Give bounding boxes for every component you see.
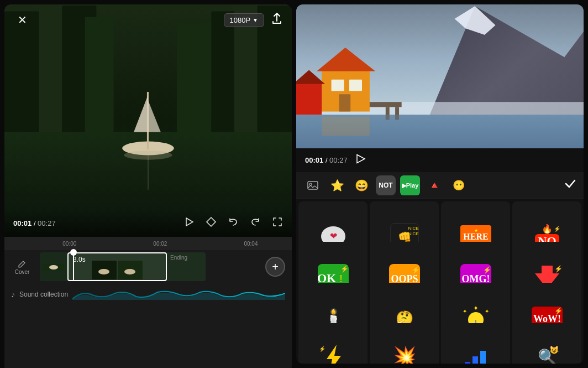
svg-point-22 (124, 269, 135, 274)
toolbar-face[interactable]: 😶 (449, 175, 469, 195)
video-preview: ✕ 1080P ▼ 00:01 / 00:27 (4, 4, 292, 237)
sticker-search-cat[interactable]: 🔍 😺 (512, 323, 581, 364)
track-content: 3.0s (40, 252, 287, 281)
ruler-mark-2: 00:04 (217, 241, 285, 247)
sticker-explosion[interactable]: 💥 (370, 323, 439, 364)
sound-label: Sound collection (19, 291, 68, 298)
header-right: 1080P ▼ (224, 13, 284, 28)
svg-marker-83 (327, 345, 341, 364)
close-button[interactable]: ✕ (13, 11, 31, 29)
resolution-button[interactable]: 1080P ▼ (224, 13, 265, 27)
svg-text:★: ★ (474, 228, 477, 233)
svg-rect-86 (465, 362, 470, 364)
svg-text:⚡: ⚡ (554, 225, 561, 232)
svg-rect-35 (339, 94, 350, 111)
svg-point-20 (98, 269, 109, 274)
svg-text:💥: 💥 (393, 345, 417, 364)
svg-text:⚡: ⚡ (411, 266, 419, 274)
add-clip-button[interactable]: + (265, 257, 285, 277)
svg-rect-36 (296, 83, 322, 115)
video-controls: 00:01 / 00:27 (4, 210, 292, 237)
ending-label: Ending (170, 255, 187, 261)
svg-rect-88 (480, 351, 486, 364)
sticker-lightning[interactable]: ⚡ (298, 323, 368, 364)
sticker-toolbar: ⭐ 😄 NOT ▶Play 🔺 😶 (296, 172, 584, 199)
sticker-chart-bars[interactable] (441, 323, 510, 364)
undo-button[interactable] (228, 216, 239, 230)
svg-text:😺: 😺 (549, 345, 559, 355)
svg-text:✦: ✦ (463, 308, 467, 314)
svg-text:✦: ✦ (485, 308, 489, 314)
toolbar-image[interactable] (303, 175, 323, 195)
sticker-grid: ❤ 👊 NICE NICE HERE ★ 🔥 NO (296, 199, 584, 364)
main-clip[interactable]: 3.0s (67, 252, 167, 281)
svg-text:NICE: NICE (408, 231, 418, 236)
timeline-area: 00:00 00:02 00:04 Cover (4, 237, 292, 368)
svg-text:WoW!: WoW! (533, 313, 560, 324)
preview-video (296, 4, 584, 148)
svg-text:NICE: NICE (408, 226, 418, 231)
forest-scene (4, 4, 292, 237)
svg-text:⚡: ⚡ (340, 265, 348, 273)
right-panel: 00:01 / 00:27 ⭐ 😄 NOT ▶Play 🔺 😶 (296, 4, 584, 364)
toolbar-emoji[interactable]: 😄 (351, 175, 371, 195)
clip-duration: 3.0s (73, 256, 86, 263)
edit-icon (18, 259, 27, 268)
svg-rect-15 (148, 155, 149, 189)
export-button[interactable] (271, 13, 283, 28)
svg-rect-39 (322, 117, 370, 136)
sound-icon: ♪ (11, 290, 15, 299)
svg-rect-40 (308, 182, 318, 189)
svg-rect-87 (473, 356, 478, 364)
svg-rect-8 (177, 23, 211, 132)
mini-thumb-1 (92, 261, 117, 279)
svg-text:⚡: ⚡ (319, 345, 326, 353)
track-row: Cover 3.0s (4, 250, 292, 283)
playhead[interactable] (73, 252, 74, 281)
timeline-ruler: 00:00 00:02 00:04 (4, 237, 292, 250)
preview-play-button[interactable] (354, 153, 366, 168)
ruler-marks: 00:00 00:02 00:04 (35, 241, 285, 247)
toolbar-star[interactable]: ⭐ (327, 175, 347, 195)
preview-time: 00:01 / 00:27 (305, 156, 348, 164)
confirm-button[interactable] (564, 177, 577, 194)
svg-rect-33 (332, 80, 344, 91)
svg-point-18 (49, 265, 58, 269)
sound-waveform (72, 289, 285, 300)
sound-bar: ♪ Sound collection (4, 286, 292, 303)
ruler-mark-0: 00:00 (35, 241, 104, 247)
svg-text:HERE: HERE (463, 232, 488, 241)
svg-text:⚡: ⚡ (554, 307, 562, 315)
toolbar-iplay[interactable]: ▶Play (400, 175, 420, 195)
svg-text:⚡: ⚡ (554, 265, 562, 273)
time-display: 00:01 / 00:27 (13, 219, 56, 227)
clip-ending: Ending (167, 252, 206, 281)
svg-text:❤: ❤ (329, 231, 337, 241)
video-header: ✕ 1080P ▼ (4, 4, 292, 35)
clip-before (40, 252, 67, 281)
svg-text:✦: ✦ (473, 304, 479, 312)
mini-thumb-2 (118, 261, 143, 279)
waveform-svg (72, 289, 285, 300)
playback-controls (183, 216, 283, 230)
toolbar-not[interactable]: NOT (376, 175, 396, 195)
svg-text:⚡: ⚡ (482, 266, 491, 274)
clip-thumb-icon (43, 256, 65, 278)
svg-text:🔥: 🔥 (542, 224, 553, 234)
preview-controls: 00:01 / 00:27 (296, 148, 584, 172)
trim-button[interactable] (206, 216, 217, 230)
ruler-mark-1: 00:02 (126, 241, 195, 247)
left-panel: ✕ 1080P ▼ 00:01 / 00:27 (4, 4, 292, 368)
svg-rect-34 (349, 80, 362, 91)
play-button[interactable] (183, 216, 195, 230)
cover-label: Cover (15, 269, 30, 275)
preview-scene-svg (296, 4, 584, 148)
fullscreen-button[interactable] (272, 216, 283, 230)
toolbar-cone[interactable]: 🔺 (424, 175, 444, 195)
redo-button[interactable] (250, 216, 261, 230)
